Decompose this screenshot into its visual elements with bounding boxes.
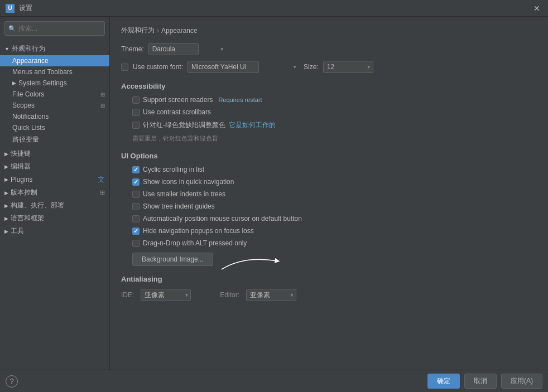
antialiasing-row: IDE: 亚像素 Editor: 亚像素 [121, 289, 537, 301]
sidebar-item-label: 路径变量 [12, 135, 39, 144]
nav-group-header-tools[interactable]: ▶ 工具 [0, 225, 109, 238]
expand-arrow-icon: ▶ [4, 151, 8, 157]
screen-readers-row: Support screen readers Requires restart [132, 96, 537, 104]
content-panel: 外观和行为 › Appearance Theme: Darcula Use cu… [110, 17, 548, 370]
custom-font-row: Use custom font: Microsoft YaHei UI Size… [121, 61, 537, 73]
nav-group-label: 版本控制 [11, 188, 37, 197]
nav-group-label: System Settings [18, 79, 67, 87]
main-content: 🔍 ▼ 外观和行为 Appearance Menus and Toolbars [0, 17, 548, 370]
size-select-wrapper[interactable]: 12 [323, 61, 373, 73]
tree-indent-checkbox[interactable] [132, 203, 140, 210]
nav-group-header-vcs[interactable]: ▶ 版本控制 ⊞ [0, 186, 109, 199]
copy-icon: ⊞ [100, 189, 105, 196]
theme-select-wrapper[interactable]: Darcula [148, 43, 227, 55]
background-image-button[interactable]: Background Image... [132, 253, 213, 266]
custom-font-checkbox[interactable] [121, 64, 128, 71]
title-bar: U 设置 ✕ [0, 0, 548, 17]
nav-group-label: 编辑器 [11, 162, 31, 171]
size-label: Size: [304, 63, 319, 71]
file-colors-icon: ⊞ [100, 91, 105, 98]
sidebar-item-label: Scopes [12, 101, 35, 109]
size-select[interactable]: 12 [323, 61, 373, 73]
sidebar-item-label: File Colors [12, 90, 44, 98]
expand-arrow-icon: ▶ [4, 164, 8, 170]
screen-readers-checkbox[interactable] [132, 96, 140, 104]
sidebar-item-label: Menus and Toolbars [12, 68, 73, 76]
contrast-scrollbars-checkbox[interactable] [132, 109, 140, 116]
sidebar-item-file-colors[interactable]: File Colors ⊞ [0, 89, 109, 100]
search-box[interactable]: 🔍 [4, 21, 105, 36]
ide-select[interactable]: 亚像素 [141, 289, 191, 301]
custom-font-label: Use custom font: [133, 63, 183, 71]
nav-group-header-lang[interactable]: ▶ 语言和框架 [0, 212, 109, 225]
theme-select[interactable]: Darcula [148, 43, 199, 55]
background-image-row: Background Image... [132, 253, 537, 266]
close-button[interactable]: ✕ [531, 3, 542, 14]
show-icons-label: Show icons in quick navigation [143, 178, 234, 186]
nav-group-header-build[interactable]: ▶ 构建、执行、部署 [0, 199, 109, 212]
app-icon: U [6, 4, 15, 13]
sidebar-item-appearance[interactable]: Appearance [0, 55, 109, 66]
breadcrumb-separator: › [157, 27, 159, 35]
cyclic-scrolling-checkbox[interactable] [132, 166, 140, 173]
help-button[interactable]: ? [6, 375, 18, 388]
auto-position-checkbox[interactable] [132, 215, 140, 222]
hide-nav-label: Hide navigation popups on focus loss [143, 227, 254, 235]
nav-group-label: 构建、执行、部署 [11, 201, 64, 210]
breadcrumb: 外观和行为 › Appearance [121, 26, 537, 35]
show-icons-checkbox[interactable] [132, 178, 140, 186]
ui-options-title: UI Options [121, 152, 537, 160]
cancel-button[interactable]: 取消 [464, 374, 497, 389]
nav-group-header-appearance[interactable]: ▼ 外观和行为 [0, 42, 109, 55]
font-select-wrapper[interactable]: Microsoft YaHei UI [188, 61, 299, 73]
how-it-works-link[interactable]: 它是如何工作的 [229, 120, 276, 130]
sidebar-item-label: Appearance [12, 57, 49, 65]
nav-group-label: 语言和框架 [11, 214, 44, 223]
nav-group-label: Plugins [11, 176, 32, 183]
tree-indent-label: Show tree indent guides [143, 202, 215, 210]
font-select[interactable]: Microsoft YaHei UI [188, 61, 259, 73]
translate-icon: 文 [98, 175, 105, 185]
search-icon: 🔍 [8, 25, 16, 32]
tree-indent-guides-row: Show tree indent guides [132, 202, 537, 210]
nav-group-header-editor[interactable]: ▶ 编辑器 [0, 160, 109, 173]
bottom-bar: ? 确定 取消 应用(A) [0, 370, 548, 392]
font-size-wrapper: 12 [323, 61, 373, 73]
hide-nav-checkbox[interactable] [132, 228, 140, 235]
sidebar-item-quick-lists[interactable]: Quick Lists [0, 122, 109, 133]
editor-label: Editor: [220, 291, 239, 299]
color-blindness-checkbox[interactable] [132, 122, 140, 129]
ok-button[interactable]: 确定 [427, 374, 460, 389]
color-blindness-row: 针对红-绿色觉缺陷调整颜色 它是如何工作的 [132, 120, 537, 130]
ide-select-wrapper[interactable]: 亚像素 [141, 289, 191, 301]
smaller-indents-checkbox[interactable] [132, 191, 140, 198]
nav-group-header-system[interactable]: ▶ System Settings [0, 78, 109, 89]
auto-position-row: Automatically position mouse cursor on d… [132, 215, 537, 222]
bottom-actions: 确定 取消 应用(A) [427, 374, 542, 389]
search-input[interactable] [18, 25, 101, 32]
nav-group-header-shortcuts[interactable]: ▶ 快捷键 [0, 147, 109, 160]
settings-window: U 设置 ✕ 🔍 ▼ 外观和行为 Appearance [0, 0, 548, 392]
ide-label: IDE: [121, 291, 134, 299]
editor-select[interactable]: 亚像素 [246, 289, 296, 301]
apply-button[interactable]: 应用(A) [501, 374, 542, 389]
cyclic-scrolling-label: Cyclic scrolling in list [143, 166, 204, 173]
expand-arrow-icon: ▶ [4, 190, 8, 196]
smaller-indents-row: Use smaller indents in trees [132, 190, 537, 198]
drag-drop-checkbox[interactable] [132, 240, 140, 247]
hide-nav-popups-row: Hide navigation popups on focus loss [132, 227, 537, 235]
sidebar-item-notifications[interactable]: Notifications [0, 111, 109, 122]
expand-arrow-icon: ▶ [4, 229, 8, 234]
sidebar-item-scopes[interactable]: Scopes ⊞ [0, 100, 109, 111]
accessibility-section: Accessibility Support screen readers Req… [121, 82, 537, 143]
contrast-scrollbars-label: Use contrast scrollbars [143, 108, 211, 116]
antialiasing-title: Antialiasing [121, 275, 537, 283]
expand-arrow-icon: ▶ [4, 216, 8, 221]
editor-select-wrapper[interactable]: 亚像素 [246, 289, 296, 301]
expand-arrow-icon: ▶ [12, 80, 16, 86]
restart-note: 需要重启，针对红色盲和绿色盲 [132, 134, 537, 143]
nav-group-header-plugins[interactable]: ▶ Plugins 文 [0, 173, 109, 186]
sidebar-item-menus-toolbars[interactable]: Menus and Toolbars [0, 66, 109, 78]
sidebar-item-path-vars[interactable]: 路径变量 [0, 133, 109, 146]
drag-drop-label: Drag-n-Drop with ALT pressed only [143, 239, 247, 247]
